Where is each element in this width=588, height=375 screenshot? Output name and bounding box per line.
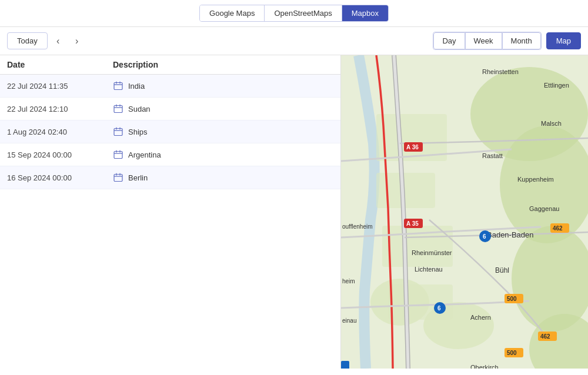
- calendar-icon: [113, 126, 123, 137]
- svg-rect-12: [114, 152, 122, 159]
- map-panel[interactable]: Rheinstetten Ettlingen Malsch Rastatt Ku…: [341, 55, 588, 369]
- svg-rect-28: [376, 173, 435, 208]
- view-tab-group: Day Week Month: [433, 32, 541, 50]
- calendar-icon: [113, 149, 123, 160]
- row-desc: India: [113, 81, 333, 91]
- row-description: Argentina: [128, 150, 161, 159]
- svg-text:6: 6: [437, 305, 441, 312]
- calendar-icon: [113, 172, 123, 183]
- svg-text:Malsch: Malsch: [541, 120, 562, 127]
- list-item[interactable]: 22 Jul 2024 11:35 India: [0, 75, 340, 98]
- svg-rect-8: [114, 129, 122, 136]
- main-content: Date Description 22 Jul 2024 11:35 India…: [0, 55, 588, 369]
- list-item[interactable]: 16 Sep 2024 00:00 Berlin: [0, 166, 340, 189]
- svg-text:462: 462: [540, 333, 550, 340]
- today-button[interactable]: Today: [7, 32, 48, 49]
- svg-text:oufflenheim: oufflenheim: [342, 223, 373, 230]
- svg-text:Achern: Achern: [470, 314, 491, 321]
- map-svg: Rheinstetten Ettlingen Malsch Rastatt Ku…: [341, 55, 588, 369]
- svg-text:Baden-Baden: Baden-Baden: [487, 230, 534, 239]
- svg-text:Bühl: Bühl: [495, 266, 509, 274]
- prev-button[interactable]: ‹: [50, 33, 66, 49]
- tab-openstreetmaps[interactable]: OpenStreetMaps: [265, 5, 342, 21]
- svg-rect-4: [114, 106, 122, 113]
- view-tab-week[interactable]: Week: [465, 32, 502, 49]
- list-header: Date Description: [0, 55, 340, 75]
- svg-text:Lichtenau: Lichtenau: [415, 266, 443, 273]
- row-date: 1 Aug 2024 02:40: [7, 128, 113, 136]
- map-button[interactable]: Map: [546, 32, 581, 49]
- svg-text:500: 500: [507, 350, 517, 356]
- toolbar-right: Day Week Month Map: [433, 32, 581, 50]
- svg-text:Gaggenau: Gaggenau: [529, 205, 559, 212]
- svg-text:462: 462: [553, 225, 563, 232]
- calendar-icon: [113, 103, 123, 114]
- row-date: 16 Sep 2024 00:00: [7, 173, 113, 182]
- svg-text:500: 500: [507, 296, 517, 302]
- svg-text:6: 6: [483, 233, 486, 240]
- svg-text:heim: heim: [342, 278, 355, 284]
- row-description: Sudan: [128, 105, 151, 113]
- tab-mapbox[interactable]: Mapbox: [342, 5, 388, 21]
- row-description: Berlin: [128, 173, 148, 182]
- view-tab-month[interactable]: Month: [502, 32, 541, 49]
- row-desc: Argentina: [113, 149, 333, 160]
- svg-text:Rheinstetten: Rheinstetten: [482, 68, 519, 75]
- svg-rect-62: [341, 361, 349, 369]
- svg-rect-16: [114, 175, 122, 182]
- map-provider-tabs: Google Maps OpenStreetMaps Mapbox: [199, 5, 389, 22]
- svg-text:A 36: A 36: [406, 144, 419, 150]
- row-desc: Ships: [113, 126, 333, 137]
- row-desc: Sudan: [113, 103, 333, 114]
- col-date-header: Date: [7, 60, 113, 69]
- tab-google-maps[interactable]: Google Maps: [200, 5, 265, 21]
- map-provider-bar: Google Maps OpenStreetMaps Mapbox: [0, 0, 588, 27]
- list-item[interactable]: 15 Sep 2024 00:00 Argentina: [0, 143, 340, 166]
- svg-rect-0: [114, 83, 122, 90]
- row-date: 22 Jul 2024 12:10: [7, 105, 113, 113]
- toolbar: Today ‹ › Day Week Month Map: [0, 27, 588, 55]
- row-date: 22 Jul 2024 11:35: [7, 82, 113, 91]
- row-description: India: [128, 82, 145, 91]
- row-date: 15 Sep 2024 00:00: [7, 150, 113, 159]
- svg-text:Rastatt: Rastatt: [482, 152, 503, 159]
- svg-rect-30: [388, 284, 453, 320]
- toolbar-left: Today ‹ ›: [7, 32, 85, 49]
- list-panel: Date Description 22 Jul 2024 11:35 India…: [0, 55, 341, 369]
- row-description: Ships: [128, 128, 148, 136]
- svg-text:A 35: A 35: [406, 220, 419, 227]
- col-desc-header: Description: [113, 60, 333, 69]
- svg-text:Ettlingen: Ettlingen: [544, 82, 569, 89]
- view-tab-day[interactable]: Day: [433, 32, 465, 49]
- calendar-icon: [113, 81, 123, 91]
- list-item[interactable]: 22 Jul 2024 12:10 Sudan: [0, 98, 340, 120]
- svg-text:Kuppenheim: Kuppenheim: [517, 176, 554, 183]
- next-button[interactable]: ›: [69, 33, 85, 49]
- row-desc: Berlin: [113, 172, 333, 183]
- svg-text:einau: einau: [342, 317, 356, 324]
- svg-text:Rheinmünster: Rheinmünster: [412, 249, 452, 256]
- svg-text:Oberkirch: Oberkirch: [470, 364, 499, 369]
- list-item[interactable]: 1 Aug 2024 02:40 Ships: [0, 120, 340, 143]
